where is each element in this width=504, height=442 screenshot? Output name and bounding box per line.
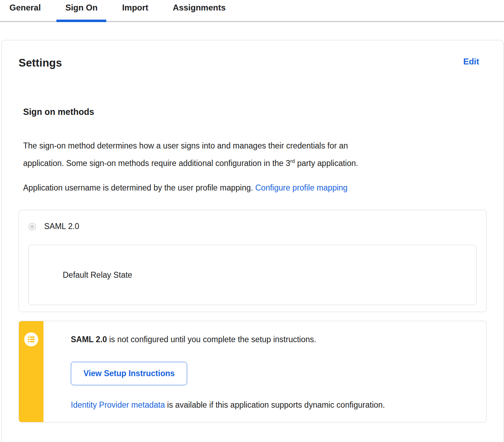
- username-mapping-line: Application username is determined by th…: [23, 179, 486, 196]
- saml-radio-button[interactable]: [28, 223, 36, 230]
- callout-message: SAML 2.0 is not configured until you com…: [71, 334, 472, 345]
- tab-assignments[interactable]: Assignments: [164, 0, 234, 21]
- list-icon: [24, 332, 38, 346]
- tab-general[interactable]: General: [1, 0, 49, 21]
- settings-card-header: Settings Edit: [19, 57, 486, 69]
- edit-link[interactable]: Edit: [463, 57, 479, 67]
- default-relay-state-label: Default Relay State: [63, 270, 132, 280]
- description-line1: The sign-on method determines how a user…: [23, 141, 348, 150]
- callout-body: SAML 2.0 is not configured until you com…: [43, 321, 486, 422]
- saml-method-box: SAML 2.0 Default Relay State: [19, 210, 486, 312]
- metadata-line-rest: is available if this application support…: [165, 400, 385, 409]
- saml-radio-row: SAML 2.0: [28, 222, 477, 231]
- app-tab-bar: General Sign On Import Assignments: [0, 0, 504, 22]
- ordinal-superscript: rd: [290, 158, 295, 164]
- tab-sign-on[interactable]: Sign On: [56, 0, 106, 21]
- tab-import[interactable]: Import: [113, 0, 157, 21]
- callout-warning-stripe: [19, 321, 43, 422]
- description-line2: application. Some sign-on methods requir…: [23, 159, 290, 168]
- configure-profile-mapping-link[interactable]: Configure profile mapping: [255, 183, 347, 192]
- sign-on-methods-description: The sign-on method determines how a user…: [23, 137, 486, 172]
- settings-card: Settings Edit Sign on methods The sign-o…: [1, 40, 504, 442]
- view-setup-instructions-button[interactable]: View Setup Instructions: [71, 362, 187, 385]
- sign-on-methods-heading: Sign on methods: [23, 107, 486, 117]
- callout-message-bold: SAML 2.0: [71, 335, 107, 344]
- default-relay-state-field: Default Relay State: [28, 245, 477, 305]
- saml-not-configured-callout: SAML 2.0 is not configured until you com…: [19, 321, 486, 422]
- description-line2-end: party application.: [295, 159, 358, 168]
- metadata-line: Identity Provider metadata is available …: [71, 400, 472, 410]
- saml-radio-label: SAML 2.0: [44, 222, 79, 231]
- radio-selected-dot: [30, 225, 34, 229]
- identity-provider-metadata-link[interactable]: Identity Provider metadata: [71, 400, 165, 409]
- callout-message-rest: is not configured until you complete the…: [107, 335, 316, 344]
- settings-title: Settings: [19, 57, 62, 69]
- username-mapping-text: Application username is determined by th…: [23, 183, 255, 192]
